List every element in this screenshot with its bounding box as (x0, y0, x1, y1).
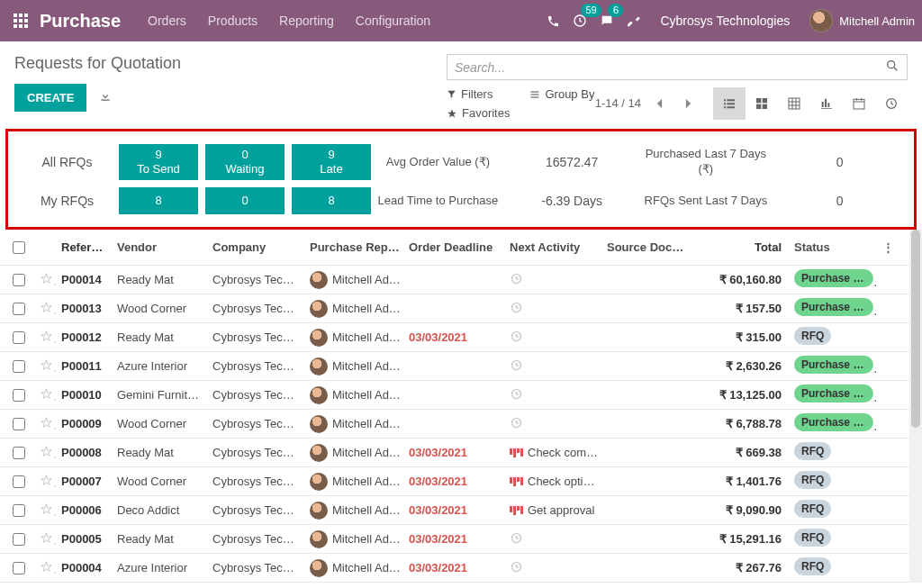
cell-rep: Mitchell Ad… (304, 271, 403, 289)
cell-rep: Mitchell Ad… (304, 530, 403, 548)
user-menu[interactable]: Mitchell Admin (809, 9, 915, 32)
table-row[interactable]: P00008Ready MatCybrosys Techn…Mitchell A… (0, 439, 909, 467)
star-icon[interactable] (34, 272, 56, 288)
tile-my-1[interactable]: 0 (205, 187, 285, 214)
table-row[interactable]: P00014Ready MatCybrosys Techn…Mitchell A… (0, 266, 909, 294)
cell-activity[interactable] (504, 272, 601, 288)
row-checkbox[interactable] (13, 303, 25, 315)
vertical-scrollbar[interactable] (909, 230, 922, 583)
table-row[interactable]: P00012Ready MatCybrosys Techn…Mitchell A… (0, 323, 909, 352)
create-button[interactable]: CREATE (14, 84, 86, 112)
nav-link-orders[interactable]: Orders (139, 6, 195, 35)
table-row[interactable]: P00011Azure InteriorCybrosys Techn…Mitch… (0, 352, 909, 381)
table-row[interactable]: P00009Wood CornerCybrosys Techn…Mitchell… (0, 410, 909, 439)
nav-link-configuration[interactable]: Configuration (347, 6, 439, 35)
search-icon[interactable] (885, 59, 899, 76)
tile-my-0[interactable]: 8 (119, 187, 198, 214)
view-graph-icon[interactable] (810, 87, 843, 120)
favorites-button[interactable]: Favorites (447, 106, 510, 120)
star-icon[interactable] (34, 416, 56, 432)
app-brand[interactable]: Purchase (40, 11, 121, 32)
col-src[interactable]: Source Docu… (601, 240, 692, 254)
table-row[interactable]: P00007Wood CornerCybrosys Techn…Mitchell… (0, 467, 909, 496)
star-icon[interactable] (34, 445, 56, 461)
cell-activity[interactable] (504, 416, 601, 432)
next-page-icon[interactable] (677, 88, 699, 119)
scrollbar-thumb[interactable] (911, 230, 920, 428)
star-icon[interactable] (34, 531, 56, 547)
pager-text[interactable]: 1-14 / 14 (595, 96, 641, 112)
filters-button[interactable]: Filters (447, 87, 510, 101)
col-deadline[interactable]: Order Deadline (403, 240, 504, 254)
star-icon[interactable] (34, 387, 56, 403)
cell-activity[interactable]: Get approval (504, 503, 601, 517)
col-total[interactable]: Total (692, 240, 787, 254)
star-icon[interactable] (34, 474, 56, 490)
select-all-checkbox[interactable] (13, 241, 25, 254)
star-icon[interactable] (34, 358, 56, 375)
clock-icon[interactable]: 59 (572, 13, 588, 29)
cell-activity[interactable] (504, 387, 601, 403)
col-status[interactable]: Status (787, 240, 877, 254)
prev-page-icon[interactable] (648, 88, 670, 119)
view-calendar-icon[interactable] (843, 87, 875, 120)
cell-activity[interactable] (504, 560, 601, 576)
star-icon[interactable] (34, 502, 56, 519)
table-row[interactable]: P00013Wood CornerCybrosys Techn…Mitchell… (0, 294, 909, 323)
all-rfqs-label[interactable]: All RFQs (15, 155, 119, 169)
svg-rect-12 (763, 98, 767, 103)
wrench-icon[interactable] (626, 13, 642, 29)
row-checkbox[interactable] (13, 533, 25, 546)
search-input[interactable] (455, 60, 885, 75)
col-company[interactable]: Company (207, 240, 304, 254)
cell-activity[interactable]: Check com… (504, 446, 601, 459)
col-ref[interactable]: Referen… (56, 240, 112, 254)
tile-waiting[interactable]: 0Waiting (205, 144, 285, 180)
col-vendor[interactable]: Vendor (112, 240, 207, 254)
row-checkbox[interactable] (13, 504, 25, 517)
star-icon[interactable] (34, 301, 56, 317)
table-row[interactable]: P00006Deco AddictCybrosys Techn…Mitchell… (0, 496, 909, 525)
col-menu-icon[interactable]: ⋮ (877, 240, 893, 254)
cell-activity[interactable] (504, 531, 601, 547)
view-kanban-icon[interactable] (746, 87, 778, 120)
tile-to-send[interactable]: 9To Send (119, 144, 198, 180)
col-activity[interactable]: Next Activity (504, 240, 601, 254)
table-row[interactable]: P00004Azure InteriorCybrosys Techn…Mitch… (0, 554, 909, 583)
row-checkbox[interactable] (13, 389, 25, 402)
star-icon[interactable] (34, 560, 56, 576)
cell-activity[interactable] (504, 330, 601, 346)
cell-ref: P00013 (56, 302, 112, 315)
apps-icon[interactable] (7, 14, 34, 28)
search-box[interactable] (447, 54, 908, 80)
row-checkbox[interactable] (13, 418, 25, 430)
row-checkbox[interactable] (13, 447, 25, 459)
col-rep[interactable]: Purchase Rep… (304, 240, 403, 254)
company-name[interactable]: Cybrosys Technologies (660, 14, 790, 28)
view-pivot-icon[interactable] (778, 87, 810, 120)
table-row[interactable]: P00010Gemini FurnitureCybrosys Techn…Mit… (0, 381, 909, 410)
download-icon[interactable] (99, 90, 112, 105)
view-activity-icon[interactable] (875, 87, 908, 120)
nav-link-reporting[interactable]: Reporting (270, 6, 343, 35)
cell-activity[interactable] (504, 301, 601, 317)
star-icon[interactable] (34, 330, 56, 346)
nav-link-products[interactable]: Products (199, 6, 267, 35)
chat-icon[interactable]: 6 (599, 13, 615, 29)
view-list-icon[interactable] (713, 87, 746, 120)
tile-late[interactable]: 9Late (292, 144, 371, 180)
phone-icon[interactable] (545, 13, 561, 29)
groupby-button[interactable]: Group By (529, 87, 594, 101)
row-checkbox[interactable] (13, 562, 25, 574)
cell-activity[interactable]: Check opti… (504, 475, 601, 488)
row-checkbox[interactable] (13, 331, 25, 344)
avg-order-label: Avg Order Value (₹) (386, 155, 490, 170)
status-badge: Purchase Or… (794, 269, 873, 287)
cell-activity[interactable] (504, 358, 601, 375)
tile-my-2[interactable]: 8 (292, 187, 371, 214)
row-checkbox[interactable] (13, 360, 25, 373)
row-checkbox[interactable] (13, 475, 25, 488)
row-checkbox[interactable] (13, 274, 25, 286)
my-rfqs-label[interactable]: My RFQs (15, 194, 119, 208)
table-row[interactable]: P00005Ready MatCybrosys Techn…Mitchell A… (0, 525, 909, 554)
